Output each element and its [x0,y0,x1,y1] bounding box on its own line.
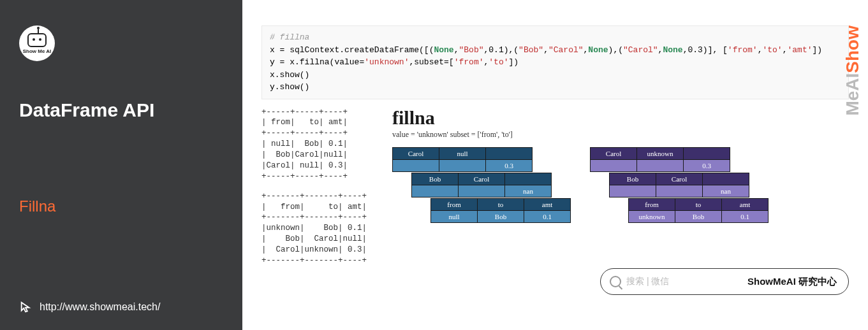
main-content: # fillna x = sqlContext.createDataFrame(… [242,0,868,330]
search-placeholder: 搜索 | 微信 [626,276,669,287]
stacks: Carolnull0.3BobCarolnanfromtoamtnullBob0… [392,147,849,249]
layer-body-cell: nan [505,185,551,197]
ascii-table-x: +-----+-----+----+ | from| to| amt| +---… [261,107,367,182]
sidebar: Show Me AI DataFrame API Fillna http://w… [0,0,242,330]
layer-header-cell: from [431,199,478,211]
layer-header-cell [684,148,730,160]
cursor-icon [19,300,33,314]
layer-body-cell: unknown [629,211,675,222]
layer-body-cell [459,185,505,197]
logo-badge: Show Me AI [19,25,55,61]
layer-header-cell: Carol [591,148,637,160]
layer-body-cell: 0.3 [684,160,730,171]
layer-header-cell: Carol [393,148,439,160]
layer-header-cell: Carol [656,173,703,185]
search-brand-text: ShowMeAI 研究中心 [747,276,837,288]
search-icon [610,276,621,287]
layer-body-cell: Bob [478,211,524,222]
ascii-column: +-----+-----+----+ | from| to| amt| +---… [261,107,367,266]
layer-header-cell: from [629,199,675,211]
layer-body-cell [591,160,637,171]
layer-body-cell: Bob [675,211,722,222]
layer-body-cell: 0.1 [524,211,570,222]
layer-body-cell [412,185,459,197]
robot-face-icon [27,33,47,47]
url-row: http://www.showmeai.tech/ [19,300,160,314]
code-comment: # fillna [270,32,309,42]
layer-header-cell: amt [722,199,768,211]
page-title: DataFrame API [19,99,223,121]
output-area: +-----+-----+----+ | from| to| amt| +---… [261,107,849,266]
page-subtitle: Fillna [19,197,223,215]
layer-header-cell: unknown [637,148,684,160]
layer-body-cell: nan [703,185,749,197]
diagram-title: fillna [392,107,849,129]
url-text: http://www.showmeai.tech/ [40,301,160,313]
layer-header-cell [486,148,532,160]
layer-body-cell [393,160,439,171]
slide: Show Me AI DataFrame API Fillna http://w… [0,0,868,330]
layer-header-cell: Carol [459,173,505,185]
layer-header-cell: Bob [610,173,656,185]
ascii-table-y: +-------+-------+----+ | from| to| amt| … [261,191,367,266]
layer-header-cell: to [675,199,722,211]
layer-header-cell: Bob [412,173,459,185]
layer-header-cell: null [439,148,486,160]
layer-header-cell [505,173,551,185]
layer-body-cell: 0.3 [486,160,532,171]
layer-body-cell [637,160,684,171]
diagram-subtitle: value = 'unknown' subset = ['from', 'to'… [392,130,849,140]
layer-body-cell: null [431,211,478,222]
layer-header-cell: to [478,199,524,211]
layer-body-cell [610,185,656,197]
layer-body-cell [656,185,703,197]
logo-text: Show Me AI [23,48,52,54]
layer-header-cell: amt [524,199,570,211]
search-bar[interactable]: 搜索 | 微信 ShowMeAI 研究中心 [600,268,849,295]
layer-header-cell [703,173,749,185]
layer-body-cell: 0.1 [722,211,768,222]
layer-body-cell [439,160,486,171]
code-block: # fillna x = sqlContext.createDataFrame(… [261,25,849,99]
diagram: fillna value = 'unknown' subset = ['from… [392,107,849,249]
vertical-logo: MeAIShow [842,25,863,116]
